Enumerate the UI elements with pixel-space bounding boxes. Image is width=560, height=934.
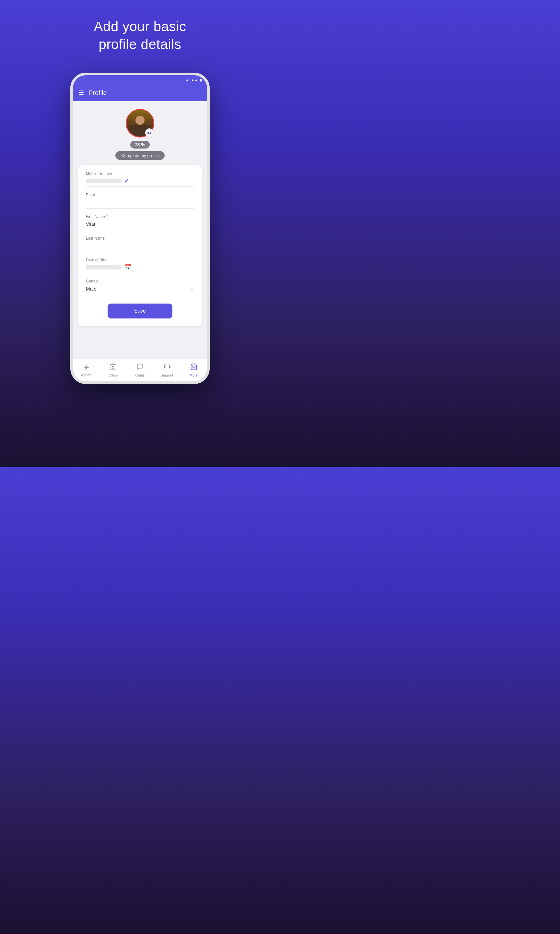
svg-rect-3 [112,366,113,367]
more-label: More [189,373,198,377]
svg-rect-4 [114,366,114,367]
profile-section: 73 % Complete my profile [115,101,165,165]
form-card: Mobile Number ✔ Email First Name * [78,165,202,326]
mobile-number-group: Mobile Number ✔ [86,171,194,187]
email-row [86,199,194,208]
camera-icon [147,130,152,135]
phone-content: 73 % Complete my profile Mobile Number ✔… [73,101,207,359]
gender-label: Gender [86,279,194,284]
mobile-number-label: Mobile Number [86,171,194,176]
office-icon [109,363,117,372]
svg-point-1 [149,132,150,134]
bottom-nav: ✈ Airport Office [73,359,207,381]
phone-frame: ▲ ▲▲ ▮ ☰ Profile [70,72,210,384]
svg-rect-5 [112,368,113,369]
dob-row: 📅 [86,264,194,273]
chats-icon [137,363,143,372]
verified-icon: ✔ [124,177,129,185]
gender-select-wrapper: Male Female Other ⌄ [86,285,194,295]
hamburger-icon[interactable]: ☰ [79,89,84,96]
progress-label: 73 % [130,141,150,148]
dob-label: Date of Birth [86,258,194,262]
chats-label: Chats [135,373,145,377]
calendar-icon[interactable]: 📅 [124,264,131,271]
battery-icon: ▮ [200,78,202,82]
svg-point-8 [140,366,140,367]
last-name-label: Last Name [86,236,194,240]
support-icon [163,363,171,372]
mobile-number-row: ✔ [86,177,194,187]
svg-rect-2 [110,365,116,370]
wifi-icon: ▲ [185,78,189,82]
status-bar: ▲ ▲▲ ▮ [73,75,207,84]
nav-item-chats[interactable]: Chats [127,363,154,377]
support-label: Support [161,373,173,377]
last-name-row [86,242,194,252]
avatar-wrapper[interactable] [126,109,154,137]
email-label: Email [86,193,194,197]
nav-item-more[interactable]: More [180,363,207,377]
complete-profile-label[interactable]: Complete my profile [115,151,165,160]
email-group: Email [86,193,194,208]
last-name-input[interactable] [86,242,194,250]
dob-group: Date of Birth 📅 [86,258,194,273]
nav-title: Profile [88,89,107,97]
signal-icon: ▲▲ [191,78,198,82]
first-name-input[interactable] [86,220,194,228]
first-name-row [86,220,194,230]
gender-select[interactable]: Male Female Other [86,285,194,293]
status-icons: ▲ ▲▲ ▮ [185,78,202,82]
email-input[interactable] [86,199,194,206]
svg-rect-6 [114,368,114,369]
last-name-group: Last Name [86,236,194,252]
dob-blurred [86,265,122,270]
first-name-label: First Name * [86,214,194,219]
nav-item-airport[interactable]: ✈ Airport [73,364,100,377]
airport-label: Airport [81,373,91,377]
gender-group: Gender Male Female Other ⌄ [86,279,194,295]
save-button[interactable]: Save [108,304,172,319]
page-title: Add your basic profile details [94,18,186,53]
more-icon [190,363,197,372]
svg-point-9 [141,366,141,367]
app-nav-bar: ☰ Profile [73,84,207,101]
office-label: Office [109,373,118,377]
first-name-group: First Name * [86,214,194,230]
nav-item-support[interactable]: Support [153,363,180,377]
mobile-number-blurred [86,179,122,183]
airport-icon: ✈ [83,364,89,372]
svg-point-7 [139,366,139,367]
camera-badge[interactable] [145,128,154,137]
nav-item-office[interactable]: Office [100,363,127,377]
